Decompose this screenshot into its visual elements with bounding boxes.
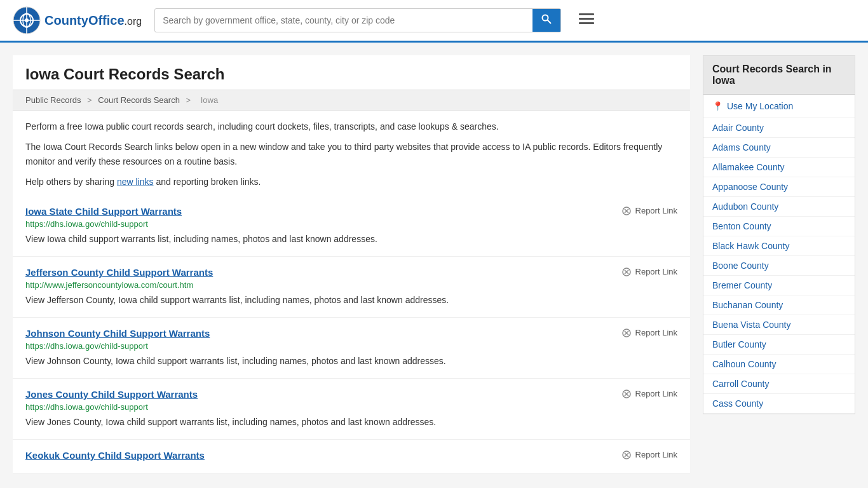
county-list: Adair CountyAdams CountyAllamakee County… bbox=[703, 118, 855, 414]
svg-point-5 bbox=[25, 18, 29, 22]
sidebar-title: Court Records Search in Iowa bbox=[703, 56, 855, 95]
county-link-7[interactable]: Boone County bbox=[703, 256, 855, 275]
report-icon bbox=[621, 267, 632, 277]
county-link-4[interactable]: Audubon County bbox=[703, 197, 855, 216]
result-item-header: Jones County Child Support Warrants Repo… bbox=[25, 389, 677, 400]
result-title-2[interactable]: Johnson County Child Support Warrants bbox=[25, 328, 210, 339]
report-link-3[interactable]: Report Link bbox=[621, 389, 677, 399]
hamburger-menu-button[interactable] bbox=[574, 10, 599, 31]
content-area: Iowa Court Records Search Public Records… bbox=[13, 55, 690, 474]
sidebar-county-item: Buena Vista County bbox=[703, 315, 855, 335]
svg-line-7 bbox=[548, 20, 552, 24]
sidebar-county-item: Appanoose County bbox=[703, 177, 855, 197]
county-link-13[interactable]: Carroll County bbox=[703, 374, 855, 393]
report-icon bbox=[621, 328, 632, 338]
header: CountyOffice.org bbox=[0, 0, 868, 43]
search-button[interactable] bbox=[532, 9, 560, 32]
result-item: Iowa State Child Support Warrants Report… bbox=[13, 196, 690, 257]
sidebar-county-item: Adams County bbox=[703, 138, 855, 158]
report-icon bbox=[621, 450, 632, 460]
county-link-1[interactable]: Adams County bbox=[703, 138, 855, 157]
results-container: Iowa State Child Support Warrants Report… bbox=[13, 196, 690, 474]
county-link-11[interactable]: Butler County bbox=[703, 335, 855, 354]
result-url-3[interactable]: https://dhs.iowa.gov/child-support bbox=[25, 402, 677, 412]
breadcrumb-iowa: Iowa bbox=[201, 95, 218, 105]
result-title-0[interactable]: Iowa State Child Support Warrants bbox=[25, 206, 182, 217]
location-icon: 📍 bbox=[712, 101, 723, 111]
result-url-0[interactable]: https://dhs.iowa.gov/child-support bbox=[25, 219, 677, 229]
sidebar-county-item: Carroll County bbox=[703, 374, 855, 394]
report-icon bbox=[621, 206, 632, 216]
sidebar-county-item: Boone County bbox=[703, 256, 855, 276]
result-url-1[interactable]: http://www.jeffersoncountyiowa.com/court… bbox=[25, 280, 677, 290]
breadcrumb-court-records[interactable]: Court Records Search bbox=[98, 95, 180, 105]
county-link-12[interactable]: Calhoun County bbox=[703, 355, 855, 374]
sidebar-county-item: Audubon County bbox=[703, 197, 855, 217]
report-icon bbox=[621, 389, 632, 399]
result-desc-3: View Jones County, Iowa child support wa… bbox=[25, 416, 677, 429]
county-link-10[interactable]: Buena Vista County bbox=[703, 315, 855, 334]
sidebar-county-item: Calhoun County bbox=[703, 355, 855, 374]
county-link-9[interactable]: Buchanan County bbox=[703, 295, 855, 315]
svg-point-6 bbox=[543, 15, 548, 21]
svg-rect-8 bbox=[579, 13, 594, 15]
sidebar-county-item: Benton County bbox=[703, 217, 855, 236]
county-link-6[interactable]: Black Hawk County bbox=[703, 236, 855, 255]
result-item: Keokuk County Child Support Warrants Rep… bbox=[13, 440, 690, 474]
result-title-4[interactable]: Keokuk County Child Support Warrants bbox=[25, 450, 205, 461]
new-links-link[interactable]: new links bbox=[117, 177, 154, 187]
result-title-3[interactable]: Jones County Child Support Warrants bbox=[25, 389, 198, 400]
county-link-3[interactable]: Appanoose County bbox=[703, 177, 855, 196]
result-url-2[interactable]: https://dhs.iowa.gov/child-support bbox=[25, 341, 677, 351]
report-link-4[interactable]: Report Link bbox=[621, 450, 677, 460]
breadcrumb-public-records[interactable]: Public Records bbox=[25, 95, 81, 105]
breadcrumb: Public Records > Court Records Search > … bbox=[13, 90, 690, 111]
result-item-header: Johnson County Child Support Warrants Re… bbox=[25, 328, 677, 339]
search-bar bbox=[154, 8, 561, 32]
svg-rect-10 bbox=[579, 22, 594, 24]
county-link-0[interactable]: Adair County bbox=[703, 118, 855, 137]
sidebar-county-item: Butler County bbox=[703, 335, 855, 355]
result-item-header: Jefferson County Child Support Warrants … bbox=[25, 267, 677, 278]
description-3: Help others by sharing new links and rep… bbox=[25, 175, 677, 189]
description-1: Perform a free Iowa public court records… bbox=[25, 119, 677, 133]
sidebar-county-item: Buchanan County bbox=[703, 295, 855, 315]
logo-icon bbox=[13, 6, 41, 34]
result-item: Jefferson County Child Support Warrants … bbox=[13, 257, 690, 318]
sidebar-county-item: Cass County bbox=[703, 394, 855, 414]
sidebar-county-item: Black Hawk County bbox=[703, 236, 855, 256]
result-item: Johnson County Child Support Warrants Re… bbox=[13, 318, 690, 379]
result-item-header: Keokuk County Child Support Warrants Rep… bbox=[25, 450, 677, 461]
main-container: Iowa Court Records Search Public Records… bbox=[0, 43, 868, 487]
result-desc-0: View Iowa child support warrants list, i… bbox=[25, 233, 677, 246]
result-title-1[interactable]: Jefferson County Child Support Warrants bbox=[25, 267, 213, 278]
svg-rect-9 bbox=[579, 18, 594, 20]
county-link-5[interactable]: Benton County bbox=[703, 217, 855, 236]
county-link-14[interactable]: Cass County bbox=[703, 394, 855, 413]
result-item-header: Iowa State Child Support Warrants Report… bbox=[25, 206, 677, 217]
use-location-button[interactable]: 📍 Use My Location bbox=[703, 95, 855, 118]
report-link-0[interactable]: Report Link bbox=[621, 206, 677, 216]
description-2: The Iowa Court Records Search links belo… bbox=[25, 140, 677, 168]
logo-text: CountyOffice.org bbox=[44, 13, 142, 28]
report-link-1[interactable]: Report Link bbox=[621, 267, 677, 277]
county-link-2[interactable]: Allamakee County bbox=[703, 158, 855, 177]
county-link-8[interactable]: Bremer County bbox=[703, 276, 855, 295]
sidebar-county-item: Allamakee County bbox=[703, 158, 855, 177]
report-link-2[interactable]: Report Link bbox=[621, 328, 677, 338]
page-title: Iowa Court Records Search bbox=[13, 55, 690, 90]
sidebar: Court Records Search in Iowa 📍 Use My Lo… bbox=[703, 55, 855, 474]
result-desc-2: View Johnson County, Iowa child support … bbox=[25, 355, 677, 368]
sidebar-county-item: Adair County bbox=[703, 118, 855, 138]
description: Perform a free Iowa public court records… bbox=[13, 111, 690, 189]
result-item: Jones County Child Support Warrants Repo… bbox=[13, 379, 690, 440]
search-input[interactable] bbox=[155, 10, 532, 30]
sidebar-box: Court Records Search in Iowa 📍 Use My Lo… bbox=[703, 55, 855, 414]
sidebar-county-item: Bremer County bbox=[703, 276, 855, 295]
result-desc-1: View Jefferson County, Iowa child suppor… bbox=[25, 294, 677, 307]
logo-area: CountyOffice.org bbox=[13, 6, 142, 34]
